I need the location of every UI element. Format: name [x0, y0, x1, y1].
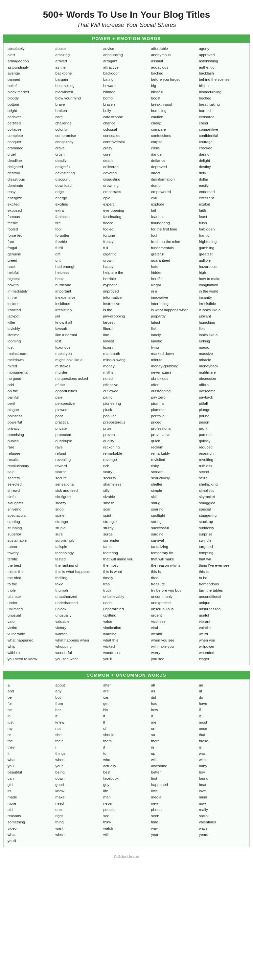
word-item: uplifting [102, 612, 151, 619]
word-item: wealth [151, 631, 199, 637]
word-item: cure [102, 151, 151, 158]
word-item: valor [7, 619, 55, 625]
word-item: rich [102, 463, 151, 469]
word-item: crave [55, 145, 103, 151]
word-item: gambling [198, 245, 246, 251]
word-item: victory [55, 625, 103, 631]
word-item: for the first time [151, 226, 199, 232]
word-item: ll [102, 719, 151, 725]
word-item: revisited [151, 457, 199, 463]
word-item: mammoth [102, 351, 151, 357]
word-item: revolutionary [7, 463, 55, 469]
word-item: crammed [7, 145, 55, 151]
word-item: backbone [55, 70, 103, 76]
word-item: delivered [102, 164, 151, 170]
word-item: edge [55, 189, 103, 195]
word-item: censored [198, 114, 246, 120]
word-item: jubilant [198, 313, 246, 320]
word-item: or [7, 732, 55, 738]
word-item: secrets [7, 475, 55, 481]
word-item: tawdry [7, 550, 55, 556]
word-item: lawsuit [55, 326, 103, 332]
word-item: catastrophe [102, 114, 151, 120]
word-item: of the [55, 382, 103, 388]
word-item: social [198, 813, 246, 819]
word-item: strong [151, 519, 199, 525]
word-item: destroy [7, 170, 55, 176]
word-item: eye-opening [102, 207, 151, 214]
word-item: energy [55, 195, 103, 201]
word-item: this is what [102, 569, 151, 575]
word-item: approved [198, 52, 246, 58]
word-item: guaranteed [151, 258, 199, 264]
word-item: can [7, 775, 55, 782]
word-item: value [102, 619, 151, 625]
word-item: reduced [198, 444, 246, 450]
word-item: blinded [102, 89, 151, 95]
word-item: disgusting [102, 176, 151, 183]
word-item: sinful [7, 494, 55, 500]
word-item: unbelievably [102, 593, 151, 600]
word-item: irresistible [198, 301, 246, 307]
word-item: controversial [102, 139, 151, 145]
word-item: burned [198, 108, 246, 114]
word-item: brazen [102, 102, 151, 108]
word-item: that will make you [102, 556, 151, 562]
word-item: is the [102, 307, 151, 313]
word-item: astonishing [198, 58, 246, 64]
word-item: had enough [55, 264, 103, 270]
word-item: research [198, 450, 246, 457]
word-item: you see what [55, 656, 103, 662]
word-item: destiny [198, 164, 246, 170]
word-item: quick [151, 438, 199, 444]
word-item: delightful [55, 164, 103, 170]
word-item: lowest [102, 338, 151, 344]
word-item: the best [7, 562, 55, 569]
word-item: pointless [7, 413, 55, 419]
word-item: plunge [198, 407, 246, 413]
word-item: help are the [102, 270, 151, 276]
word-item: thing [55, 819, 103, 826]
word-item: i [55, 744, 103, 751]
word-item: media [151, 794, 199, 800]
word-item: reward [55, 463, 103, 469]
word-item: lick [151, 326, 199, 332]
word-item: about [55, 682, 103, 689]
word-item: authentic [198, 64, 246, 71]
word-item: toxic [55, 581, 103, 587]
power-emotion-grid: absolutelyabuseadviseaffordableagonyaler… [3, 43, 250, 665]
word-item: right [55, 813, 103, 819]
word-item: targeted [198, 544, 246, 550]
word-item: delight [198, 158, 246, 164]
word-item: try before you buy [151, 587, 199, 593]
word-item: fire [55, 220, 103, 226]
word-item: embarrass [102, 189, 151, 195]
word-item: cadaver [7, 114, 55, 120]
word-item: is [198, 744, 246, 751]
word-item: remarkable [102, 450, 151, 457]
word-item: certified [7, 120, 55, 126]
word-item: luxurious [55, 344, 103, 351]
word-item: facebook [102, 775, 151, 782]
word-item: them [102, 738, 151, 744]
word-item: wounded [198, 650, 246, 656]
footer-brand: CoSchedule.com [0, 853, 253, 862]
word-item: love [198, 788, 246, 794]
word-item: worry [151, 650, 199, 656]
word-item: skyrocket [198, 494, 246, 500]
word-item: offensive [102, 382, 151, 388]
word-item: the ranking of [55, 562, 103, 569]
word-item: being [55, 769, 103, 775]
word-item: alert [7, 52, 55, 58]
word-item: his [102, 707, 151, 713]
word-item: blacklisted [55, 89, 103, 95]
common-uncommon-grid: aaboutafterallanandanyareasatbebutcandid… [3, 679, 250, 847]
word-item: before you forget [151, 76, 199, 83]
word-item: think [102, 819, 151, 826]
word-item: found [198, 775, 246, 782]
word-item: energize [7, 195, 55, 201]
word-item: surrender [102, 538, 151, 544]
word-item: will [102, 832, 151, 838]
section1-header: POWER + EMOTION WORDS [3, 35, 250, 43]
word-item: skill [151, 494, 199, 500]
